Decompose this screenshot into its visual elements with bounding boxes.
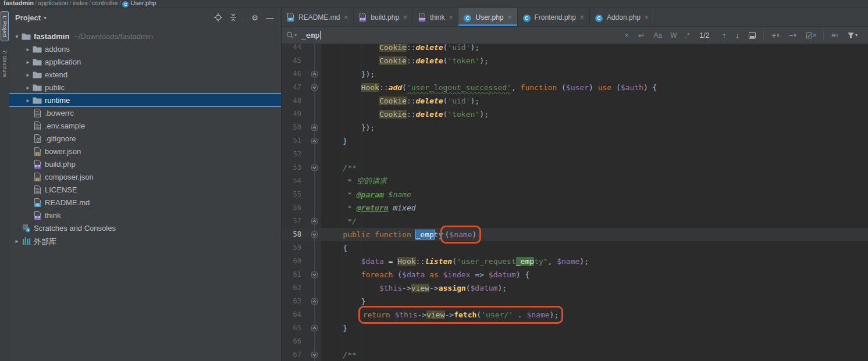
fold-expand-icon[interactable] <box>311 165 318 171</box>
fold-collapse-icon[interactable] <box>311 124 318 131</box>
select-all-occurrences-button[interactable] <box>749 32 756 39</box>
select-occurrences-button[interactable]: ☑II <box>805 31 815 40</box>
tab-close-icon[interactable]: × <box>449 13 453 22</box>
tree-item--env-sample[interactable]: .env.sample <box>9 119 281 132</box>
tree-item--[interactable]: ▸外部库 <box>9 234 281 247</box>
tab-frontend-php[interactable]: CFrontend.php× <box>518 8 590 26</box>
tree-item-scratches-and-consoles[interactable]: Scratches and Consoles <box>9 221 281 234</box>
fold-expand-icon[interactable] <box>311 352 318 358</box>
tree-item--gitignore[interactable]: .gitignore <box>9 132 281 145</box>
breadcrumb-item[interactable]: fastadmin <box>3 0 34 6</box>
fold-collapse-icon[interactable] <box>311 71 318 77</box>
fold-collapse-icon[interactable] <box>311 325 318 331</box>
tab-close-icon[interactable]: × <box>344 13 348 22</box>
tab-close-icon[interactable]: × <box>508 13 512 22</box>
tree-item-application[interactable]: ▸application <box>9 55 281 68</box>
breadcrumb-item[interactable]: controller <box>92 0 118 6</box>
tree-item-label: Scratches and Consoles <box>34 224 116 233</box>
tree-item-fastadmin[interactable]: ▾fastadmin~/Downloads/fastadmin <box>9 30 281 42</box>
tab-user-php[interactable]: CUser.php× <box>458 8 517 26</box>
line-number: 66 <box>282 335 307 348</box>
add-occurrence-button[interactable]: +II <box>771 31 779 40</box>
fold-collapse-icon[interactable] <box>311 298 318 305</box>
regex-toggle[interactable]: .* <box>685 31 690 40</box>
collapse-all-button[interactable] <box>227 12 240 23</box>
fold-gutter[interactable] <box>307 134 321 148</box>
chevron-right-icon[interactable]: ▸ <box>24 46 32 52</box>
fold-gutter[interactable] <box>307 81 321 94</box>
tree-item-extend[interactable]: ▸extend <box>9 68 281 81</box>
chevron-right-icon[interactable]: ▸ <box>24 59 32 65</box>
search-input[interactable]: _emp <box>301 31 319 40</box>
tab-readme-md[interactable]: MDREADME.md× <box>282 8 354 26</box>
code-text: { <box>321 241 868 255</box>
line-number: 53 <box>282 161 307 174</box>
tree-item-public[interactable]: ▸public <box>9 81 281 94</box>
locate-file-button[interactable] <box>212 12 225 23</box>
code-text: */ <box>321 215 868 228</box>
breadcrumb-item[interactable]: application <box>38 0 69 6</box>
php-icon: PHP <box>418 13 427 22</box>
search-icon[interactable]: ▾ <box>286 31 297 39</box>
fold-collapse-icon[interactable] <box>311 138 318 144</box>
fold-gutter[interactable] <box>307 321 321 335</box>
filter-search-results-button[interactable]: ▾ <box>847 32 858 39</box>
tab-close-icon[interactable]: × <box>645 13 649 22</box>
chevron-right-icon[interactable]: ▸ <box>24 72 32 78</box>
clear-search-icon[interactable]: × <box>624 31 629 40</box>
stripe-item-7-structure[interactable]: 7: Structure <box>1 47 8 81</box>
stripe-item-1-project[interactable]: 1: Project <box>1 12 8 41</box>
fold-expand-icon[interactable] <box>311 271 318 278</box>
fold-gutter[interactable] <box>307 228 321 241</box>
line-number: 47 <box>282 81 307 94</box>
fold-gutter[interactable] <box>307 348 321 361</box>
breadcrumb-item[interactable]: CUser.php <box>122 0 156 8</box>
whole-words-toggle[interactable]: W <box>670 31 677 40</box>
fold-expand-icon[interactable] <box>311 84 318 91</box>
gear-icon[interactable]: ⚙ <box>248 12 261 23</box>
fold-gutter[interactable] <box>307 121 321 134</box>
code-editor[interactable]: 44 Cookie::delete('uid');45 Cookie::dele… <box>282 44 868 361</box>
next-match-button[interactable]: ↓ <box>735 31 739 40</box>
tree-item-think[interactable]: PHPthink <box>9 209 281 221</box>
tree-item-bower-json[interactable]: { }bower.json <box>9 145 281 158</box>
tab-close-icon[interactable]: × <box>580 13 584 22</box>
chevron-right-icon[interactable]: ▸ <box>24 97 32 103</box>
new-line-icon[interactable]: ↵ <box>638 31 645 40</box>
tab-build-php[interactable]: PHPbuild.php× <box>354 8 413 26</box>
breadcrumb-item[interactable]: index <box>73 0 88 6</box>
project-panel-title[interactable]: Project <box>15 13 41 22</box>
remove-occurrence-button[interactable]: −II <box>788 31 796 40</box>
search-options-button[interactable]: ≡I <box>831 31 838 40</box>
tree-item-composer-json[interactable]: { }composer.json <box>9 170 281 183</box>
fold-gutter[interactable] <box>307 161 321 174</box>
fold-expand-icon[interactable] <box>311 231 318 238</box>
code-line: 60 $data = Hook::listen("user_request_em… <box>282 255 868 268</box>
match-case-toggle[interactable]: Aa <box>654 31 663 40</box>
tree-item-license[interactable]: LICENSE <box>9 183 281 196</box>
tab-addon-php[interactable]: CAddon.php× <box>590 8 654 26</box>
tab-think[interactable]: PHPthink× <box>413 8 458 26</box>
code-line: 47 Hook::add('user_logout_successed', fu… <box>282 81 868 94</box>
tree-item--bowerrc[interactable]: .bowerrc <box>9 106 281 119</box>
fold-gutter[interactable] <box>307 268 321 281</box>
main-row: 1: Project7: Structure Project ▾ ⚙ — ▾fa… <box>0 8 868 361</box>
chevron-down-icon[interactable]: ▾ <box>44 15 47 21</box>
chevron-right-icon[interactable]: ▸ <box>13 238 21 244</box>
line-number: 63 <box>282 295 307 308</box>
previous-match-button[interactable]: ↑ <box>722 31 726 40</box>
tab-close-icon[interactable]: × <box>403 13 407 22</box>
fold-collapse-icon[interactable] <box>311 218 318 224</box>
tree-item-readme-md[interactable]: MDREADME.md <box>9 196 281 209</box>
tree-item-runtime[interactable]: ▸runtime <box>9 94 281 106</box>
tree-item-build-php[interactable]: PHPbuild.php <box>9 158 281 170</box>
search-history-caret-icon[interactable]: ▾ <box>294 33 297 38</box>
chevron-down-icon[interactable]: ▾ <box>13 33 21 40</box>
fold-gutter[interactable] <box>307 215 321 228</box>
chevron-right-icon[interactable]: ▸ <box>24 84 32 91</box>
fold-gutter[interactable] <box>307 295 321 308</box>
fold-gutter[interactable] <box>307 67 321 81</box>
tree-item-addons[interactable]: ▸addons <box>9 42 281 55</box>
class-icon: C <box>523 13 532 22</box>
hide-panel-button[interactable]: — <box>264 12 276 23</box>
